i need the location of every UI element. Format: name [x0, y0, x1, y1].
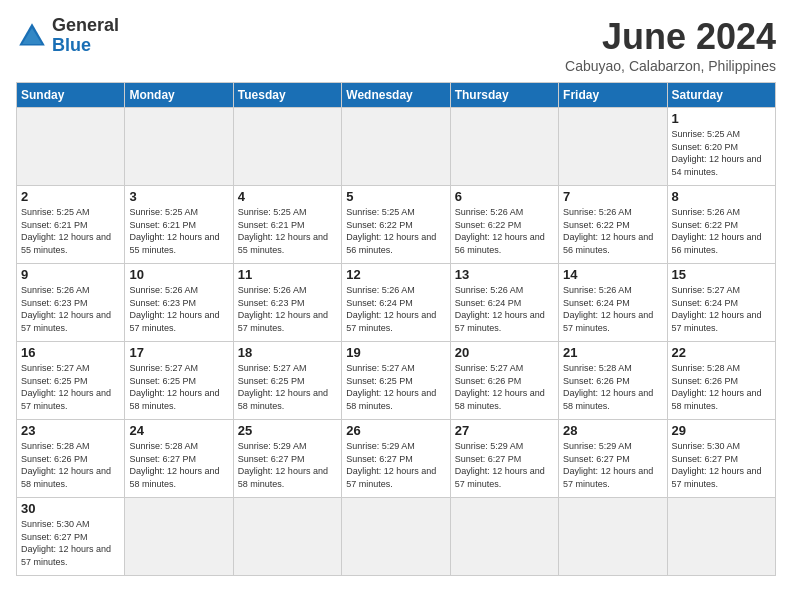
day-2: 2 Sunrise: 5:25 AMSunset: 6:21 PMDayligh… [17, 186, 125, 264]
day-6: 6 Sunrise: 5:26 AMSunset: 6:22 PMDayligh… [450, 186, 558, 264]
empty-cell [559, 498, 667, 576]
day-28: 28 Sunrise: 5:29 AMSunset: 6:27 PMDaylig… [559, 420, 667, 498]
empty-cell [17, 108, 125, 186]
month-title: June 2024 [565, 16, 776, 58]
day-24: 24 Sunrise: 5:28 AMSunset: 6:27 PMDaylig… [125, 420, 233, 498]
logo-general: General [52, 16, 119, 36]
day-11: 11 Sunrise: 5:26 AMSunset: 6:23 PMDaylig… [233, 264, 341, 342]
week-row-3: 9 Sunrise: 5:26 AMSunset: 6:23 PMDayligh… [17, 264, 776, 342]
header-monday: Monday [125, 83, 233, 108]
logo-blue: Blue [52, 36, 119, 56]
day-1: 1 Sunrise: 5:25 AMSunset: 6:20 PMDayligh… [667, 108, 775, 186]
page: General Blue June 2024 Cabuyao, Calabarz… [0, 0, 792, 584]
header-saturday: Saturday [667, 83, 775, 108]
day-5: 5 Sunrise: 5:25 AMSunset: 6:22 PMDayligh… [342, 186, 450, 264]
week-row-6: 30 Sunrise: 5:30 AMSunset: 6:27 PMDaylig… [17, 498, 776, 576]
header-wednesday: Wednesday [342, 83, 450, 108]
calendar-table: Sunday Monday Tuesday Wednesday Thursday… [16, 82, 776, 576]
location-subtitle: Cabuyao, Calabarzon, Philippines [565, 58, 776, 74]
empty-cell [233, 108, 341, 186]
day-29: 29 Sunrise: 5:30 AMSunset: 6:27 PMDaylig… [667, 420, 775, 498]
week-row-2: 2 Sunrise: 5:25 AMSunset: 6:21 PMDayligh… [17, 186, 776, 264]
week-row-4: 16 Sunrise: 5:27 AMSunset: 6:25 PMDaylig… [17, 342, 776, 420]
empty-cell [125, 498, 233, 576]
header-thursday: Thursday [450, 83, 558, 108]
day-30: 30 Sunrise: 5:30 AMSunset: 6:27 PMDaylig… [17, 498, 125, 576]
day-7: 7 Sunrise: 5:26 AMSunset: 6:22 PMDayligh… [559, 186, 667, 264]
day-27: 27 Sunrise: 5:29 AMSunset: 6:27 PMDaylig… [450, 420, 558, 498]
day-17: 17 Sunrise: 5:27 AMSunset: 6:25 PMDaylig… [125, 342, 233, 420]
day-19: 19 Sunrise: 5:27 AMSunset: 6:25 PMDaylig… [342, 342, 450, 420]
logo: General Blue [16, 16, 119, 56]
empty-cell [342, 108, 450, 186]
empty-cell [559, 108, 667, 186]
day-15: 15 Sunrise: 5:27 AMSunset: 6:24 PMDaylig… [667, 264, 775, 342]
day-10: 10 Sunrise: 5:26 AMSunset: 6:23 PMDaylig… [125, 264, 233, 342]
week-row-1: 1 Sunrise: 5:25 AMSunset: 6:20 PMDayligh… [17, 108, 776, 186]
empty-cell [342, 498, 450, 576]
header-tuesday: Tuesday [233, 83, 341, 108]
day-4: 4 Sunrise: 5:25 AMSunset: 6:21 PMDayligh… [233, 186, 341, 264]
day-26: 26 Sunrise: 5:29 AMSunset: 6:27 PMDaylig… [342, 420, 450, 498]
day-25: 25 Sunrise: 5:29 AMSunset: 6:27 PMDaylig… [233, 420, 341, 498]
logo-text: General Blue [52, 16, 119, 56]
header-sunday: Sunday [17, 83, 125, 108]
day-3: 3 Sunrise: 5:25 AMSunset: 6:21 PMDayligh… [125, 186, 233, 264]
day-8: 8 Sunrise: 5:26 AMSunset: 6:22 PMDayligh… [667, 186, 775, 264]
header: General Blue June 2024 Cabuyao, Calabarz… [16, 16, 776, 74]
empty-cell [450, 498, 558, 576]
empty-cell [233, 498, 341, 576]
empty-cell [667, 498, 775, 576]
day-14: 14 Sunrise: 5:26 AMSunset: 6:24 PMDaylig… [559, 264, 667, 342]
header-friday: Friday [559, 83, 667, 108]
day-12: 12 Sunrise: 5:26 AMSunset: 6:24 PMDaylig… [342, 264, 450, 342]
day-18: 18 Sunrise: 5:27 AMSunset: 6:25 PMDaylig… [233, 342, 341, 420]
day-22: 22 Sunrise: 5:28 AMSunset: 6:26 PMDaylig… [667, 342, 775, 420]
logo-icon [16, 20, 48, 52]
empty-cell [450, 108, 558, 186]
weekday-header-row: Sunday Monday Tuesday Wednesday Thursday… [17, 83, 776, 108]
day-9: 9 Sunrise: 5:26 AMSunset: 6:23 PMDayligh… [17, 264, 125, 342]
day-20: 20 Sunrise: 5:27 AMSunset: 6:26 PMDaylig… [450, 342, 558, 420]
day-21: 21 Sunrise: 5:28 AMSunset: 6:26 PMDaylig… [559, 342, 667, 420]
week-row-5: 23 Sunrise: 5:28 AMSunset: 6:26 PMDaylig… [17, 420, 776, 498]
title-block: June 2024 Cabuyao, Calabarzon, Philippin… [565, 16, 776, 74]
day-16: 16 Sunrise: 5:27 AMSunset: 6:25 PMDaylig… [17, 342, 125, 420]
day-13: 13 Sunrise: 5:26 AMSunset: 6:24 PMDaylig… [450, 264, 558, 342]
day-23: 23 Sunrise: 5:28 AMSunset: 6:26 PMDaylig… [17, 420, 125, 498]
empty-cell [125, 108, 233, 186]
